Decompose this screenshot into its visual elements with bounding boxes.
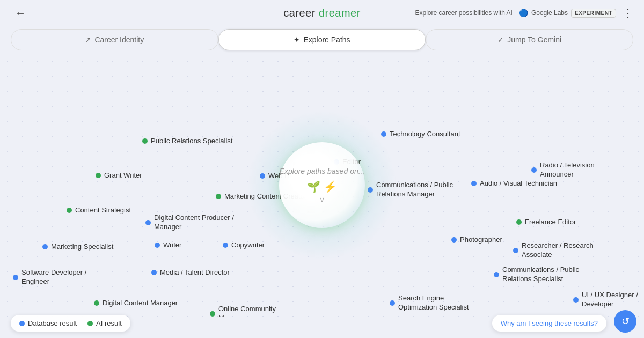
career-node-copywriter[interactable]: Copywriter	[223, 241, 265, 250]
db-dot	[19, 321, 25, 326]
nav-tabs: ↗ Career Identity ✦ Explore Paths ✓ Jump…	[0, 26, 644, 54]
career-node-digital-content-producer[interactable]: Digital Content Producer / Manager	[145, 214, 240, 232]
career-node-comms-pr-specialist[interactable]: Communications / Public Relations Specia…	[494, 266, 588, 284]
career-node-grant-writer[interactable]: Grant Writer	[96, 171, 142, 180]
chat-button[interactable]: ↺	[614, 310, 636, 333]
experiment-badge: EXPERIMENT	[571, 9, 616, 18]
career-node-label: Digital Content Producer / Manager	[154, 214, 240, 232]
blue-dot	[13, 275, 18, 280]
career-node-label: Digital Content Manager	[103, 299, 178, 308]
career-node-label: Communications / Public Relations Manage…	[376, 181, 462, 199]
career-node-label: Marketing Specialist	[51, 243, 113, 252]
legend-db: Database result	[19, 319, 77, 327]
google-labs: 🔵 Google Labs EXPERIMENT	[519, 9, 616, 18]
legend-ai: AI result	[87, 319, 122, 327]
career-node-label: Grant Writer	[104, 171, 142, 180]
tab-explore-paths-label: Explore Paths	[303, 35, 350, 44]
career-node-label: Writer	[163, 241, 181, 250]
career-node-ui-ux-designer[interactable]: UI / UX Designer / Developer	[573, 291, 644, 309]
blue-dot	[390, 300, 395, 306]
google-labs-label: Google Labs	[531, 9, 568, 17]
tab-explore-paths[interactable]: ✦ Explore Paths	[218, 29, 426, 50]
explore-paths-icon: ✦	[294, 35, 300, 44]
blue-dot	[145, 220, 151, 225]
career-node-researcher[interactable]: Researcher / Research Associate	[513, 241, 608, 260]
blue-dot	[223, 243, 228, 248]
career-identity-icon: ↗	[85, 35, 91, 44]
blue-dot	[451, 237, 457, 243]
center-chevron: ∨	[319, 195, 325, 204]
career-node-digital-content-manager[interactable]: Digital Content Manager	[94, 299, 178, 308]
career-node-radio-tv-announcer[interactable]: Radio / Television Announcer	[531, 161, 626, 179]
career-node-audio-visual-tech[interactable]: Audio / Visual Technician	[471, 179, 557, 188]
career-node-label: Communications / Public Relations Specia…	[502, 266, 588, 284]
career-node-label: Public Relations Specialist	[151, 137, 232, 146]
tab-jump-gemini[interactable]: ✓ Jump To Gemini	[426, 29, 633, 50]
career-node-label: Media / Talent Director	[160, 268, 230, 277]
career-node-media-talent-director[interactable]: Media / Talent Director	[151, 268, 230, 277]
career-node-label: Online Community Manager	[218, 305, 304, 317]
career-node-label: Freelance Editor	[525, 218, 576, 227]
career-node-label: Technology Consultant	[390, 130, 460, 139]
career-paths-canvas: Explore paths based on... 🌱 ⚡ ∨ Public R…	[0, 54, 644, 317]
career-node-writer[interactable]: Writer	[155, 241, 181, 250]
tab-jump-gemini-label: Jump To Gemini	[507, 35, 561, 44]
green-dot	[96, 173, 101, 178]
app-logo: career dreamer	[283, 7, 361, 19]
blue-dot	[494, 272, 499, 277]
logo-career: career	[283, 7, 319, 19]
blue-dot	[368, 187, 373, 193]
blue-dot	[151, 270, 157, 275]
why-results-button[interactable]: Why am I seeing these results?	[492, 315, 606, 332]
header: ← career dreamer Explore career possibil…	[0, 0, 644, 26]
career-node-label: Software Developer / Engineer	[21, 268, 107, 286]
blue-dot	[573, 297, 579, 303]
career-node-label: Researcher / Research Associate	[522, 241, 608, 260]
tab-career-identity[interactable]: ↗ Career Identity	[11, 29, 218, 50]
center-node-text: Explore paths based on...	[280, 166, 365, 177]
center-node[interactable]: Explore paths based on... 🌱 ⚡ ∨	[279, 142, 365, 228]
career-node-online-community-manager[interactable]: Online Community Manager	[210, 305, 304, 317]
blue-dot	[471, 181, 477, 186]
blue-dot	[155, 243, 160, 248]
blue-dot	[260, 173, 265, 179]
career-node-label: Copywriter	[231, 241, 265, 250]
career-node-freelance-editor[interactable]: Freelance Editor	[516, 218, 576, 227]
career-node-public-relations-specialist[interactable]: Public Relations Specialist	[142, 137, 232, 146]
back-button[interactable]: ←	[11, 5, 30, 21]
header-right: Explore career possibilities with AI 🔵 G…	[415, 6, 634, 19]
career-node-software-developer[interactable]: Software Developer / Engineer	[13, 268, 107, 286]
logo-dreamer: dreamer	[319, 7, 361, 19]
green-dot	[210, 311, 215, 317]
green-dot	[67, 208, 72, 213]
career-node-marketing-specialist[interactable]: Marketing Specialist	[42, 243, 113, 252]
ai-dot	[87, 321, 93, 326]
career-node-label: UI / UX Designer / Developer	[582, 291, 644, 309]
legend: Database result AI result	[11, 315, 130, 332]
blue-dot	[531, 167, 537, 173]
blue-dot	[513, 248, 518, 253]
career-node-photographer[interactable]: Photographer	[451, 236, 502, 245]
legend-ai-label: AI result	[96, 319, 122, 327]
tab-career-identity-label: Career Identity	[94, 35, 144, 44]
career-node-label: Search Engine Optimization Specialist	[398, 294, 484, 312]
blue-dot	[381, 131, 386, 137]
career-node-label: Radio / Television Announcer	[540, 161, 626, 179]
career-node-comms-pr-manager[interactable]: Communications / Public Relations Manage…	[368, 181, 462, 199]
career-node-content-strategist[interactable]: Content Strategist	[67, 206, 131, 215]
green-dot	[142, 138, 148, 144]
tagline: Explore career possibilities with AI	[415, 9, 513, 17]
career-node-label: Content Strategist	[75, 206, 131, 215]
header-left: ←	[11, 5, 30, 21]
center-emojis: 🌱 ⚡	[307, 180, 337, 193]
career-node-seo-specialist[interactable]: Search Engine Optimization Specialist	[390, 294, 484, 312]
career-node-label: Photographer	[460, 236, 502, 245]
green-dot	[516, 219, 522, 225]
jump-gemini-icon: ✓	[497, 35, 504, 44]
green-dot	[94, 300, 99, 306]
google-icon: 🔵	[519, 9, 528, 17]
career-node-technology-consultant[interactable]: Technology Consultant	[381, 130, 460, 139]
more-options-button[interactable]: ⋮	[623, 6, 633, 19]
legend-db-label: Database result	[28, 319, 77, 327]
chat-icon: ↺	[621, 315, 630, 327]
